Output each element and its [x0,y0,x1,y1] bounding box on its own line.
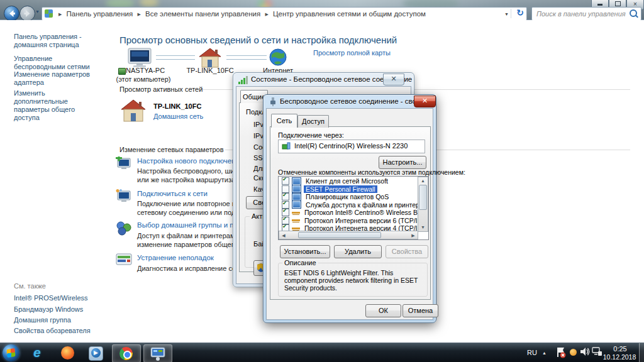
scroll-left-icon[interactable]: ◀ [280,233,287,239]
properties-dialog[interactable]: Беспроводное сетевое соединение - свойст… [263,94,436,323]
component-properties-button[interactable]: Свойства [386,245,428,258]
scroll-right-icon[interactable]: ▶ [410,233,416,239]
properties-dialog-body: Сеть Доступ Подключение через: Intel(R) … [266,108,433,320]
cancel-button[interactable]: Отмена [402,304,438,317]
component-row[interactable]: Протокол Intel® Centrino® Wireless Bluet… [279,209,418,217]
sidebar-item-manage-wireless[interactable]: Управление беспроводными сетями [14,55,99,71]
description-group-label: Описание [282,259,318,266]
connection-via-label: Подключение через: [278,131,344,139]
full-map-link[interactable]: Просмотр полной карты [313,49,391,57]
properties-close-button[interactable]: ✕ [414,96,436,107]
task-connect-link[interactable]: Подключиться к сети [137,190,208,197]
component-label: Служба доступа к файлам и принтерам сете… [304,201,418,209]
taskbar-item-network-center[interactable] [143,344,172,362]
refresh-icon[interactable]: ↻ [516,8,524,18]
adapter-name: Intel(R) Centrino(R) Wireless-N 2230 [294,142,408,150]
components-list[interactable]: Клиент для сетей Microsoft ESET Personal… [278,176,429,240]
taskbar-item-wmp[interactable]: ▶ [83,344,109,361]
sidebar-item-internet-options[interactable]: Свойства обозревателя [14,327,99,335]
properties-dialog-title: Беспроводное сетевое соединение - свойст… [280,97,435,105]
address-dropdown-icon[interactable]: ▼ [504,12,509,16]
breadcrumb-arrow-icon[interactable]: ▶ [135,12,143,16]
sidebar-item-homegroup[interactable]: Домашняя группа [14,316,99,324]
sidebar-item-adapter-settings[interactable]: Изменение параметров адаптера [14,70,99,87]
house-icon[interactable] [121,99,146,122]
volume-icon[interactable] [580,347,590,357]
action-center-flag-icon[interactable] [556,347,566,358]
start-button[interactable] [3,344,19,361]
active-network-type-link[interactable]: Домашняя сеть [153,112,203,120]
show-desktop-button[interactable] [639,343,644,362]
component-row[interactable]: Планировщик пакетов QoS [279,193,418,201]
breadcrumb-arrow-icon[interactable]: ▶ [56,12,64,16]
checkbox[interactable] [282,177,289,185]
sidebar-item-windows-firewall[interactable]: Брандмауэр Windows [14,305,99,314]
sidebar-item-advanced-sharing[interactable]: Изменить дополнительные параметры общего… [14,89,99,122]
horizontal-scrollbar[interactable]: ◀ ▶ [279,231,418,239]
back-arrow-icon [4,6,19,21]
taskbar-item-chrome[interactable] [112,344,141,362]
component-label: Планировщик пакетов QoS [304,193,391,200]
breadcrumb-segment[interactable]: Все элементы панели управления [145,10,260,18]
breadcrumb-segment[interactable]: Центр управления сетями и общим доступом [273,10,426,18]
back-button[interactable] [4,6,19,21]
recent-pages-dropdown[interactable]: ▼ [35,9,40,14]
eset-tray-icon[interactable] [570,349,577,356]
network-tab-panel: Подключение через: Intel(R) Centrino(R) … [270,126,431,300]
component-row[interactable]: Служба доступа к файлам и принтерам сете… [279,201,418,209]
house-icon[interactable] [199,48,221,68]
component-icon [292,177,301,185]
tab-access[interactable]: Доступ [297,115,329,128]
signal-bars-icon [238,76,248,84]
language-indicator[interactable]: RU [527,349,537,356]
section-change-settings: Изменение сетевых параметров [119,146,224,153]
search-icon-handle [635,15,638,18]
install-button[interactable]: Установить... [280,245,330,258]
scrollbar-thumb[interactable] [298,232,381,238]
adapter-field: Intel(R) Centrino(R) Wireless-N 2230 [278,140,425,153]
checkbox[interactable] [282,193,289,200]
tab-network[interactable]: Сеть [271,114,297,128]
clock-date[interactable]: 10.12.2018 [601,353,638,361]
task-troubleshoot-link[interactable]: Устранение неполадок [137,254,214,261]
configure-button[interactable]: Настроить... [379,156,426,169]
vertical-scrollbar[interactable]: ▲ ▼ [418,177,428,232]
sidebar-item-intel-proset[interactable]: Intel® PROSet/Wireless [14,294,99,302]
search-box[interactable]: Поиск в панели управления [531,7,641,21]
sidebar-item-home[interactable]: Панель управления - домашняя страница [14,33,99,49]
media-player-play-icon: ▶ [91,348,101,358]
component-row[interactable]: Клиент для сетей Microsoft [279,177,418,185]
uninstall-button[interactable]: Удалить [334,245,382,258]
component-label: Протокол Интернета версии 6 (TCP/IPv6) [303,217,418,224]
breadcrumb-segment[interactable]: Панель управления [67,10,133,18]
component-icon [292,219,300,221]
checkbox[interactable] [282,185,289,193]
clock-time[interactable]: 0:25 [605,345,635,353]
address-bar[interactable]: ▶ Панель управления ▶ Все элементы панел… [42,7,527,21]
scroll-down-icon[interactable]: ▼ [418,224,428,231]
control-panel-icon [45,9,53,18]
checkbox[interactable] [282,209,289,216]
maximize-icon [615,1,621,6]
checkbox[interactable] [282,201,289,209]
internet-explorer-icon: e [33,345,41,360]
taskbar-item-ie[interactable]: e [28,344,54,361]
active-network-name: TP-LINK_10FC [153,102,201,110]
checkbox[interactable] [282,217,289,224]
ok-button[interactable]: ОК [365,304,401,317]
connect-network-icon [115,189,133,204]
adapter-plug-icon [269,97,277,106]
taskbar: e ▶ RU ▲ 0:25 10.12.2018 [0,343,644,362]
component-row[interactable]: ESET Personal Firewall [279,185,418,194]
status-close-button[interactable]: ✕ [383,74,404,85]
forward-button[interactable] [19,6,35,21]
computer-icon[interactable] [126,48,153,68]
map-pc-sublabel: (этот компьютер) [112,75,175,83]
hidden-icons-button[interactable]: ▲ [542,351,547,355]
breadcrumb-arrow-icon[interactable]: ▶ [262,12,270,16]
globe-icon[interactable] [269,48,287,66]
component-row[interactable]: Протокол Интернета версии 6 (TCP/IPv6) [279,217,418,225]
scroll-up-icon[interactable]: ▲ [418,178,428,184]
scrollbar-thumb[interactable] [419,185,427,210]
taskbar-item-firefox[interactable] [55,344,82,361]
